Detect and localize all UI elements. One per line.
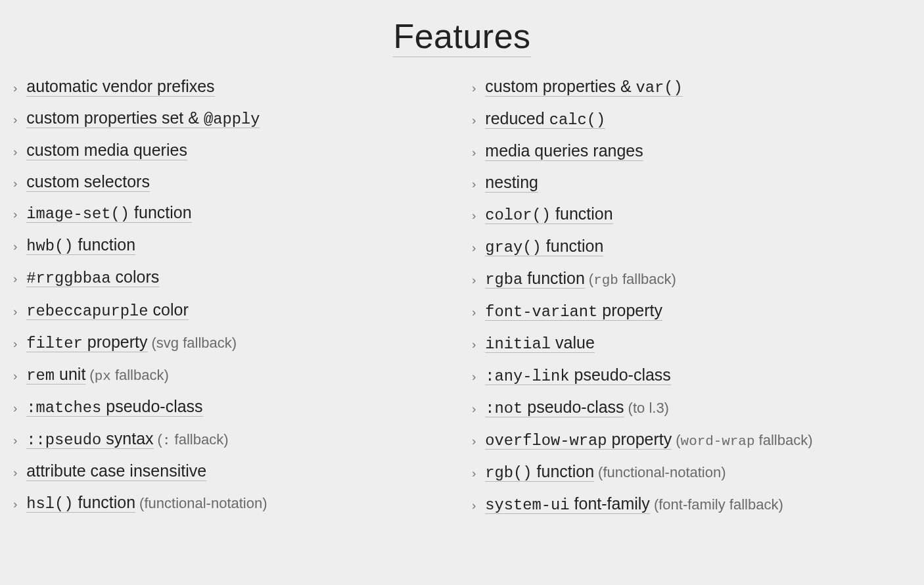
feature-item: ›rem unit(px fallback) (13, 363, 452, 386)
code-text: hsl() (26, 495, 73, 513)
feature-link[interactable]: color() function (485, 204, 612, 224)
feature-link[interactable]: media queries ranges (485, 141, 643, 161)
features-page: Features ›automatic vendor prefixes›cust… (0, 0, 924, 525)
feature-link[interactable]: custom properties & var() (485, 77, 683, 97)
feature-link[interactable]: :any-link pseudo-class (485, 365, 671, 385)
feature-column-right: ›custom properties & var()›reduced calc(… (472, 76, 911, 525)
bullet-icon: › (472, 176, 476, 193)
bullet-icon: › (472, 239, 476, 256)
feature-link[interactable]: :not pseudo-class (485, 398, 624, 417)
bullet-icon: › (13, 303, 17, 320)
feature-link[interactable]: hsl() function (26, 493, 135, 513)
bullet-icon: › (472, 433, 476, 450)
feature-content: custom media queries (26, 139, 187, 162)
feature-note: (svg fallback) (152, 335, 237, 351)
bullet-icon: › (13, 432, 17, 449)
bullet-icon: › (13, 175, 17, 192)
text: pseudo-class (101, 397, 202, 415)
text: reduced (485, 109, 549, 128)
feature-link[interactable]: overflow-wrap property (485, 430, 672, 450)
feature-item: ›color() function (472, 203, 911, 226)
feature-link[interactable]: rgb() function (485, 462, 594, 482)
feature-link[interactable]: gray() function (485, 237, 603, 256)
code-text: gray() (485, 239, 542, 256)
feature-note: (word-wrap fallback) (676, 432, 812, 448)
feature-link[interactable]: #rrggbbaa colors (26, 268, 159, 287)
feature-content: system-ui font-family(font-family fallba… (485, 493, 783, 516)
text: pseudo-class (570, 365, 671, 384)
code-text: rgb (593, 273, 618, 288)
feature-link[interactable]: rebeccapurple color (26, 300, 188, 320)
code-text: rebeccapurple (26, 302, 148, 320)
feature-content: hwb() function (26, 234, 135, 257)
feature-item: ›hsl() function(functional-notation) (13, 492, 452, 515)
feature-content: reduced calc() (485, 108, 605, 131)
text: function (74, 235, 136, 254)
text: custom properties & (485, 77, 635, 95)
text: fallback) (170, 431, 228, 448)
bullet-icon: › (13, 238, 17, 255)
bullet-icon: › (472, 497, 476, 514)
feature-item: ›::pseudo syntax(: fallback) (13, 428, 452, 451)
code-text: initial (485, 335, 551, 353)
feature-content: rem unit(px fallback) (26, 363, 168, 386)
code-text: :any-link (485, 367, 569, 385)
feature-link[interactable]: nesting (485, 173, 538, 193)
text: (functional-notation) (598, 464, 726, 480)
text: ( (676, 432, 680, 448)
feature-note: (functional-notation) (598, 464, 726, 480)
code-text: calc() (549, 111, 606, 129)
text: (functional-notation) (139, 495, 267, 511)
feature-item: ›:matches pseudo-class (13, 396, 452, 419)
code-text: hwb() (26, 237, 73, 255)
feature-link[interactable]: custom selectors (26, 172, 150, 192)
feature-content: :matches pseudo-class (26, 396, 202, 419)
feature-link[interactable]: rgba function (485, 269, 585, 289)
feature-content: rgb() function(functional-notation) (485, 461, 726, 484)
feature-link[interactable]: font-variant property (485, 301, 662, 321)
text: attribute case insensitive (26, 461, 206, 480)
feature-item: ›rebeccapurple color (13, 299, 452, 322)
feature-link[interactable]: automatic vendor prefixes (26, 77, 214, 97)
feature-content: automatic vendor prefixes (26, 76, 214, 98)
bullet-icon: › (472, 80, 476, 97)
text: unit (55, 365, 85, 383)
text: custom selectors (26, 172, 150, 191)
feature-note: (functional-notation) (139, 495, 267, 511)
feature-link[interactable]: :matches pseudo-class (26, 397, 202, 417)
feature-link[interactable]: rem unit (26, 365, 85, 385)
text: function (551, 204, 613, 223)
code-text: system-ui (485, 496, 569, 514)
feature-item: ›#rrggbbaa colors (13, 266, 452, 289)
feature-content: rebeccapurple color (26, 299, 188, 322)
feature-item: ›custom properties set & @apply (13, 107, 452, 130)
feature-link[interactable]: custom properties set & @apply (26, 108, 260, 128)
code-text: color() (485, 206, 551, 224)
bullet-icon: › (13, 335, 17, 352)
feature-link[interactable]: image-set() function (26, 203, 191, 223)
bullet-icon: › (472, 304, 476, 321)
feature-link[interactable]: ::pseudo syntax (26, 429, 153, 449)
feature-column-left: ›automatic vendor prefixes›custom proper… (13, 76, 452, 525)
code-text: : (162, 433, 171, 448)
text: colors (111, 268, 160, 286)
feature-link[interactable]: initial value (485, 333, 595, 353)
feature-item: ›overflow-wrap property(word-wrap fallba… (472, 429, 911, 452)
feature-content: rgba function(rgb fallback) (485, 268, 676, 291)
feature-item: ›filter property(svg fallback) (13, 331, 452, 354)
text: custom properties set & (26, 108, 204, 127)
feature-link[interactable]: attribute case insensitive (26, 461, 206, 481)
feature-link[interactable]: system-ui font-family (485, 494, 650, 514)
feature-link[interactable]: hwb() function (26, 235, 135, 255)
text: property (607, 430, 672, 448)
feature-link[interactable]: reduced calc() (485, 109, 605, 129)
feature-link[interactable]: filter property (26, 333, 147, 352)
text: media queries ranges (485, 141, 643, 160)
feature-note: (: fallback) (158, 431, 229, 448)
bullet-icon: › (472, 368, 476, 385)
feature-content: custom selectors (26, 171, 150, 193)
text: nesting (485, 173, 538, 191)
text: ( (89, 367, 94, 383)
feature-item: ›font-variant property (472, 300, 911, 323)
feature-link[interactable]: custom media queries (26, 141, 187, 160)
